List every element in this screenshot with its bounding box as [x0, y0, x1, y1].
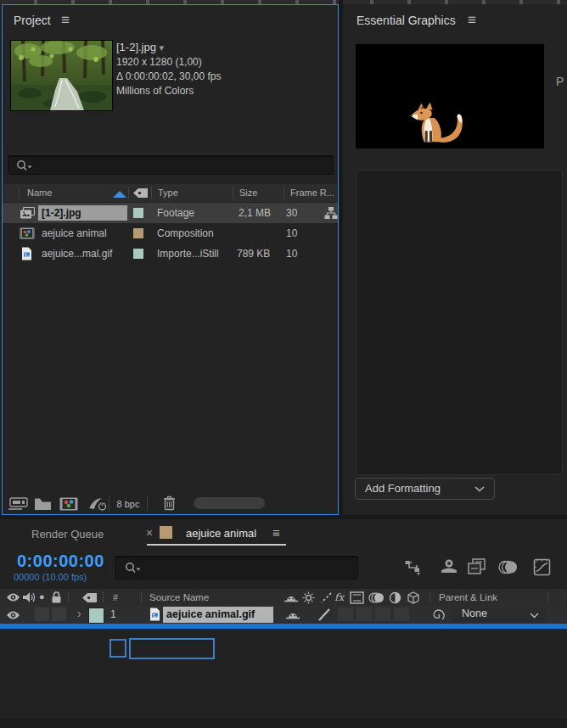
column-header-source-name[interactable]: Source Name — [149, 592, 209, 602]
footage-thumbnail[interactable] — [10, 40, 113, 111]
frame-blending-icon[interactable] — [468, 558, 486, 575]
timeline-selection-bar — [0, 624, 567, 629]
search-icon — [124, 562, 143, 574]
timeline-search-input[interactable] — [115, 556, 358, 580]
bottom-strip — [0, 718, 567, 728]
motion-blur-icon[interactable] — [498, 559, 519, 575]
item-type-cell: Composition — [157, 227, 214, 239]
audio-speaker-icon[interactable] — [23, 591, 36, 603]
layer-switch-cell[interactable] — [394, 608, 409, 621]
chevron-down-icon — [530, 613, 539, 619]
chevron-down-icon — [474, 486, 485, 492]
layer-quality-toggle-icon[interactable] — [317, 608, 332, 622]
label-color-swatch[interactable] — [133, 228, 143, 238]
project-search-input[interactable] — [8, 155, 334, 175]
bit-depth-button[interactable]: 8 bpc — [109, 496, 148, 511]
item-name-cell[interactable]: aejuice...mal.gif — [42, 248, 112, 260]
project-panel-menu-icon[interactable]: ≡ — [61, 13, 70, 27]
layer-expander-icon[interactable]: › — [77, 607, 81, 620]
layer-visibility-eye-icon[interactable] — [6, 610, 20, 620]
tab-composition-active[interactable]: aejuice animal — [186, 527, 256, 540]
clipped-panel-label: P — [556, 75, 564, 88]
label-column-icon[interactable] — [81, 592, 98, 603]
item-name-cell[interactable]: aejuice animal — [42, 227, 107, 239]
tab-label-color-swatch[interactable] — [160, 526, 172, 539]
composition-item-icon — [20, 227, 35, 239]
project-table-header: Name Type Size Frame R... — [3, 184, 337, 202]
layer-switch-cell[interactable] — [356, 608, 372, 621]
collapse-transformations-icon[interactable] — [302, 591, 315, 604]
footage-dimensions: 1920 x 1280 (1,00) — [116, 55, 221, 70]
new-composition-icon[interactable] — [59, 497, 78, 511]
column-header-parent-link[interactable]: Parent & Link — [439, 592, 497, 602]
item-name-cell[interactable]: [1-2].jpg — [38, 205, 127, 221]
graph-editor-icon[interactable] — [533, 558, 551, 576]
marquee-rect-small[interactable] — [109, 639, 126, 658]
new-folder-icon[interactable] — [34, 497, 52, 511]
layer-switch-cell[interactable] — [338, 608, 353, 621]
graphics-preview[interactable] — [356, 44, 544, 148]
three-d-layer-icon[interactable] — [407, 591, 420, 604]
parent-link-dropdown[interactable]: None — [452, 607, 547, 623]
sort-ascending-icon[interactable] — [113, 191, 126, 198]
label-column-icon[interactable] — [132, 188, 149, 199]
marquee-rect-large[interactable] — [129, 638, 215, 659]
essential-graphics-panel: Essential Graphics ≡ P — [343, 4, 567, 518]
layer-source-name[interactable]: aejuice animal.gif — [163, 607, 273, 623]
forest-thumbnail-image — [11, 41, 112, 110]
current-timecode[interactable]: 0:00:00:00 — [17, 552, 104, 571]
delete-trash-icon[interactable] — [163, 496, 176, 511]
footage-item-icon — [20, 207, 35, 219]
motion-blur-column-icon[interactable] — [368, 591, 385, 604]
draft-3d-icon[interactable] — [440, 558, 458, 575]
active-tab-underline — [147, 544, 286, 546]
table-row[interactable]: [1-2].jpg Footage 2,1 MB 30 — [3, 203, 338, 223]
essential-graphics-menu-icon[interactable]: ≡ — [468, 13, 476, 27]
footage-timing: Δ 0:00:00:02, 30,00 fps — [116, 70, 221, 84]
layer-shy-toggle-icon[interactable] — [285, 609, 300, 620]
layer-row[interactable]: › 1 aejuice animal.gif — [0, 606, 567, 624]
filename-dropdown-icon[interactable]: ▾ — [160, 42, 165, 53]
audio-toggle-cell[interactable] — [35, 608, 49, 621]
column-header-type[interactable]: Type — [158, 188, 178, 198]
layer-label-swatch[interactable] — [88, 608, 104, 624]
video-eye-icon[interactable] — [6, 592, 20, 602]
column-header-frame-rate[interactable]: Frame R... — [290, 188, 334, 198]
column-header-size[interactable]: Size — [239, 188, 257, 198]
table-row[interactable]: aejuice animal Composition 10 — [3, 223, 338, 244]
lock-icon[interactable] — [51, 591, 62, 603]
footage-filename[interactable]: [1-2].jpg — [116, 41, 156, 53]
shy-icon[interactable] — [284, 592, 299, 603]
timeline-header-row: ● # Source Name — [0, 589, 567, 607]
add-formatting-dropdown[interactable]: Add Formatting — [355, 478, 495, 500]
solo-toggle-cell[interactable] — [52, 608, 66, 621]
solo-icon[interactable]: ● — [39, 591, 45, 602]
adjustment-layer-icon[interactable] — [389, 591, 401, 604]
effects-fx-icon[interactable]: fx — [334, 591, 344, 603]
footage-info-block: [1-2].jpg ▾ 1920 x 1280 (1,00) Δ 0:00:00… — [116, 40, 221, 98]
label-color-swatch[interactable] — [133, 249, 143, 259]
dependencies-icon[interactable] — [324, 206, 338, 220]
footage-color-info: Millions of Colors — [116, 84, 221, 98]
frame-blend-column-icon[interactable] — [350, 591, 364, 604]
tab-close-icon[interactable]: × — [146, 526, 153, 540]
column-header-number[interactable]: # — [113, 592, 118, 602]
project-panel-title[interactable]: Project — [14, 14, 51, 27]
parent-pick-whip-icon[interactable] — [431, 608, 446, 622]
timeline-section: Render Queue × aejuice animal ≡ 0:00:00:… — [0, 519, 567, 728]
after-effects-window: Project ≡ — [0, 0, 567, 728]
quality-icon[interactable] — [320, 591, 333, 604]
tab-render-queue[interactable]: Render Queue — [31, 528, 104, 540]
composition-flowchart-icon[interactable] — [405, 560, 424, 575]
column-header-name[interactable]: Name — [27, 188, 52, 198]
tab-menu-icon[interactable]: ≡ — [272, 526, 280, 539]
graphics-properties-list[interactable] — [356, 170, 563, 475]
layer-switch-cell[interactable] — [375, 608, 390, 621]
color-depth-brush-icon[interactable] — [88, 496, 107, 512]
interpret-footage-icon[interactable] — [8, 497, 30, 511]
essential-graphics-title[interactable]: Essential Graphics — [356, 14, 456, 27]
horizontal-scrollbar[interactable] — [194, 497, 265, 509]
label-color-swatch[interactable] — [133, 208, 143, 218]
bit-depth-label: 8 bpc — [117, 499, 140, 509]
table-row[interactable]: aejuice...mal.gif Importe...iStill 789 K… — [3, 244, 338, 264]
